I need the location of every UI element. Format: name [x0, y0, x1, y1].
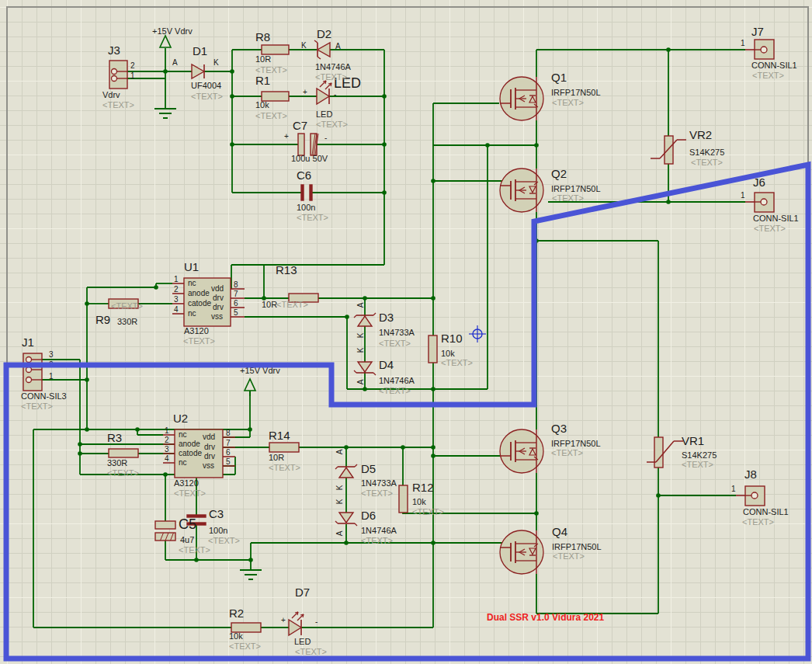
highlight-overlay	[0, 0, 812, 664]
schematic-canvas[interactable]: J3D1R8D2LEDR1C7C6U1R13R9J1U2R3R14C5C3R12…	[0, 0, 812, 664]
blue-highlight-outline	[6, 165, 808, 659]
